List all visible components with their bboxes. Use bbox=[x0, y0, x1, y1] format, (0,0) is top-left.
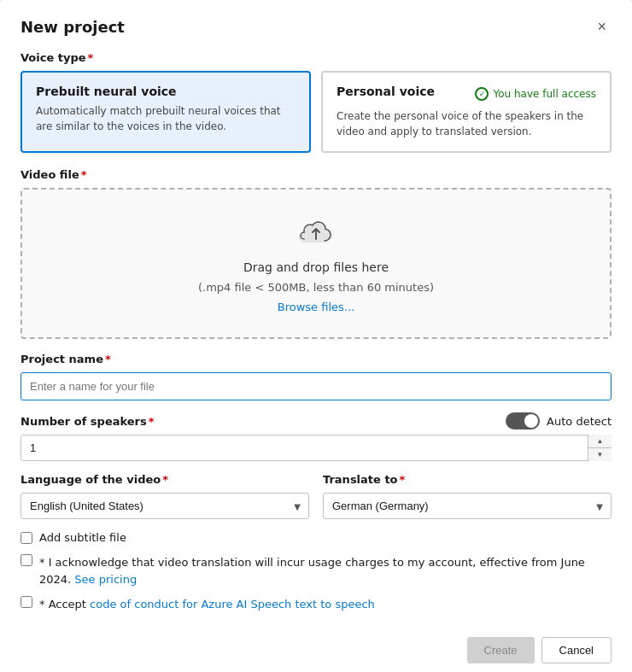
speakers-input-wrap: ▲ ▼ bbox=[20, 435, 612, 461]
acknowledge-text: * I acknowledge that video translation w… bbox=[39, 554, 612, 587]
drop-subtext: (.mp4 file < 500MB, less than 60 minutes… bbox=[198, 281, 434, 294]
translate-to-select[interactable]: German (Germany) Spanish French English … bbox=[323, 493, 612, 519]
voice-type-row: Prebuilt neural voice Automatically matc… bbox=[20, 71, 612, 153]
speakers-label: Number of speakers* bbox=[20, 415, 155, 428]
video-file-section: Video file* Drag and drop files here (.m… bbox=[20, 168, 612, 339]
speakers-required: * bbox=[149, 415, 155, 428]
spinner-down-button[interactable]: ▼ bbox=[588, 448, 612, 461]
check-circle-icon: ✓ bbox=[475, 87, 489, 101]
language-group: Language of the video* English (United S… bbox=[20, 473, 309, 519]
dialog-header: New project × bbox=[20, 17, 612, 36]
cancel-button[interactable]: Cancel bbox=[541, 637, 612, 663]
prebuilt-neural-voice-card[interactable]: Prebuilt neural voice Automatically matc… bbox=[20, 71, 311, 153]
drop-text: Drag and drop files here bbox=[243, 260, 389, 274]
browse-files-link[interactable]: Browse files... bbox=[278, 301, 354, 313]
video-file-label: Video file* bbox=[20, 168, 612, 181]
code-of-conduct-link[interactable]: code of conduct for Azure AI Speech text… bbox=[90, 598, 375, 611]
prebuilt-voice-desc: Automatically match prebuilt neural voic… bbox=[36, 103, 296, 134]
project-name-label: Project name* bbox=[20, 353, 612, 365]
drop-zone[interactable]: Drag and drop files here (.mp4 file < 50… bbox=[20, 188, 612, 339]
project-name-section: Project name* bbox=[20, 353, 612, 400]
language-row: Language of the video* English (United S… bbox=[20, 473, 612, 519]
personal-voice-title: Personal voice bbox=[336, 85, 435, 98]
acknowledge-row: * I acknowledge that video translation w… bbox=[20, 554, 612, 587]
spinner-up-button[interactable]: ▲ bbox=[588, 435, 612, 448]
voice-type-label: Voice type* bbox=[20, 51, 612, 64]
language-select-wrap: English (United States) Spanish French G… bbox=[20, 493, 309, 519]
acknowledge-checkbox[interactable] bbox=[20, 554, 32, 566]
accept-row: * Accept code of conduct for Azure AI Sp… bbox=[20, 596, 612, 613]
dialog-title: New project bbox=[20, 18, 125, 36]
voice-type-required: * bbox=[88, 51, 94, 64]
accept-checkbox[interactable] bbox=[20, 596, 32, 608]
project-name-input[interactable] bbox=[20, 372, 612, 400]
translate-to-group: Translate to* German (Germany) Spanish F… bbox=[323, 473, 612, 519]
speakers-number-input[interactable] bbox=[20, 435, 612, 461]
personal-voice-header: Personal voice ✓ You have full access bbox=[336, 85, 596, 103]
auto-detect-row: Auto detect bbox=[506, 412, 612, 429]
personal-voice-desc: Create the personal voice of the speaker… bbox=[336, 108, 596, 139]
project-name-required: * bbox=[105, 353, 111, 365]
toggle-knob bbox=[524, 414, 538, 428]
full-access-label: You have full access bbox=[493, 88, 596, 100]
subtitle-label: Add subtitle file bbox=[39, 531, 126, 544]
number-spinners: ▲ ▼ bbox=[588, 435, 612, 461]
video-file-required: * bbox=[81, 168, 87, 181]
accept-text: * Accept code of conduct for Azure AI Sp… bbox=[39, 596, 375, 613]
personal-voice-card[interactable]: Personal voice ✓ You have full access Cr… bbox=[321, 71, 612, 153]
upload-icon bbox=[297, 217, 335, 250]
translate-to-label: Translate to* bbox=[323, 473, 612, 486]
full-access-badge: ✓ You have full access bbox=[475, 87, 596, 101]
create-button[interactable]: Create bbox=[467, 637, 535, 663]
subtitle-row: Add subtitle file bbox=[20, 531, 612, 544]
footer-buttons: Create Cancel bbox=[20, 622, 612, 663]
language-label: Language of the video* bbox=[20, 473, 309, 486]
auto-detect-label: Auto detect bbox=[547, 415, 612, 428]
language-required: * bbox=[162, 473, 168, 486]
language-select[interactable]: English (United States) Spanish French G… bbox=[20, 493, 309, 519]
new-project-dialog: New project × Voice type* Prebuilt neura… bbox=[0, 0, 632, 672]
close-button[interactable]: × bbox=[592, 17, 612, 36]
subtitle-checkbox[interactable] bbox=[20, 532, 32, 544]
see-pricing-link[interactable]: See pricing bbox=[74, 573, 137, 586]
translate-to-required: * bbox=[400, 473, 406, 486]
speakers-row: Number of speakers* Auto detect bbox=[20, 412, 612, 429]
auto-detect-toggle[interactable] bbox=[506, 412, 540, 429]
prebuilt-voice-title: Prebuilt neural voice bbox=[36, 85, 296, 98]
translate-to-select-wrap: German (Germany) Spanish French English … bbox=[323, 493, 612, 519]
